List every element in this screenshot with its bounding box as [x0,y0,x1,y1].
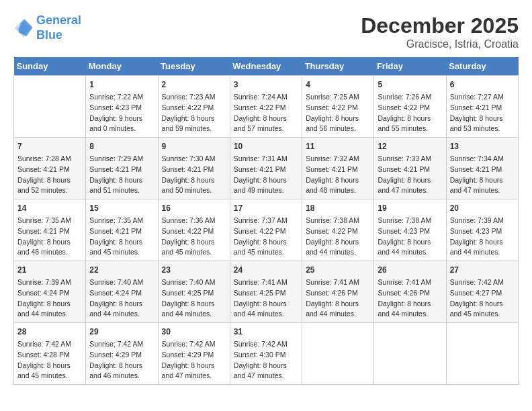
day-info: Sunrise: 7:39 AM [17,277,82,288]
day-info: and 51 minutes. [89,185,154,196]
calendar-cell: 1Sunrise: 7:22 AMSunset: 4:23 PMDaylight… [86,76,158,138]
day-info: Daylight: 8 hours [306,113,370,124]
calendar-week-row: 21Sunrise: 7:39 AMSunset: 4:24 PMDayligh… [14,261,519,323]
day-number: 24 [234,264,298,276]
day-info: Sunset: 4:30 PM [234,350,298,361]
day-info: Sunrise: 7:42 AM [450,277,515,288]
day-info: Daylight: 8 hours [306,175,370,186]
day-info: Daylight: 8 hours [450,299,515,310]
calendar-week-row: 14Sunrise: 7:35 AMSunset: 4:21 PMDayligh… [14,199,519,261]
day-info: Daylight: 8 hours [378,299,442,310]
page-header: General Blue December 2025 Gracisce, Ist… [13,13,519,50]
day-number: 21 [17,264,82,276]
day-info: Sunset: 4:22 PM [306,103,370,113]
day-info: Sunrise: 7:41 AM [306,277,370,288]
day-info: Sunset: 4:21 PM [450,103,515,113]
day-info: Sunrise: 7:29 AM [89,154,154,165]
day-info: and 47 minutes. [234,371,298,381]
day-info: and 46 minutes. [17,247,82,258]
day-info: Sunset: 4:22 PM [162,226,226,237]
calendar-cell: 12Sunrise: 7:33 AMSunset: 4:21 PMDayligh… [374,138,446,199]
day-info: and 44 minutes. [306,247,370,258]
day-info: Sunrise: 7:38 AM [306,216,370,226]
calendar-cell: 20Sunrise: 7:39 AMSunset: 4:23 PMDayligh… [446,199,518,261]
day-info: Daylight: 8 hours [17,237,82,248]
day-info: Sunset: 4:22 PM [234,226,298,237]
day-info: Sunrise: 7:42 AM [234,339,298,350]
day-info: and 59 minutes. [162,124,226,134]
day-info: Daylight: 8 hours [89,299,154,310]
day-info: and 0 minutes. [89,124,154,134]
calendar-cell: 25Sunrise: 7:41 AMSunset: 4:26 PMDayligh… [302,261,374,323]
title-block: December 2025 Gracisce, Istria, Croatia [361,13,519,50]
calendar-cell: 9Sunrise: 7:30 AMSunset: 4:21 PMDaylight… [158,138,230,199]
day-number: 31 [234,326,298,338]
calendar-body: 1Sunrise: 7:22 AMSunset: 4:23 PMDaylight… [14,76,519,385]
day-info: Daylight: 8 hours [89,237,154,248]
day-info: and 49 minutes. [234,185,298,196]
day-info: Daylight: 8 hours [89,175,154,186]
day-info: Sunset: 4:29 PM [89,350,154,361]
day-info: and 44 minutes. [162,309,226,320]
calendar-cell: 19Sunrise: 7:38 AMSunset: 4:23 PMDayligh… [374,199,446,261]
day-info: Sunrise: 7:39 AM [450,216,515,226]
calendar-cell: 15Sunrise: 7:35 AMSunset: 4:21 PMDayligh… [86,199,158,261]
day-info: Sunrise: 7:30 AM [162,154,226,165]
day-info: Sunrise: 7:28 AM [17,154,82,165]
day-info: Sunrise: 7:31 AM [234,154,298,165]
day-info: Daylight: 8 hours [17,361,82,371]
day-info: Sunrise: 7:40 AM [162,277,226,288]
day-number: 12 [378,140,442,152]
day-info: Daylight: 8 hours [234,299,298,310]
day-info: and 46 minutes. [89,371,154,381]
day-info: Sunset: 4:21 PM [162,165,226,175]
day-info: Daylight: 8 hours [89,361,154,371]
day-number: 28 [17,326,82,338]
day-info: Sunset: 4:22 PM [378,103,442,113]
col-friday: Friday [374,57,446,76]
day-info: and 52 minutes. [17,185,82,196]
day-info: Daylight: 8 hours [450,175,515,186]
day-number: 18 [306,202,370,214]
col-thursday: Thursday [302,57,374,76]
day-info: Sunset: 4:25 PM [162,288,226,299]
day-info: Sunrise: 7:26 AM [378,92,442,103]
day-info: and 50 minutes. [162,185,226,196]
day-info: and 45 minutes. [234,247,298,258]
day-info: Sunset: 4:21 PM [450,165,515,175]
day-info: Sunset: 4:21 PM [378,165,442,175]
day-number: 19 [378,202,442,214]
day-info: Sunset: 4:27 PM [450,288,515,299]
day-info: Sunrise: 7:40 AM [89,277,154,288]
day-info: Sunset: 4:21 PM [234,165,298,175]
day-info: Sunset: 4:29 PM [162,350,226,361]
day-info: Daylight: 8 hours [234,175,298,186]
calendar-cell: 4Sunrise: 7:25 AMSunset: 4:22 PMDaylight… [302,76,374,138]
logo-text: General Blue [36,13,81,42]
day-info: Sunrise: 7:34 AM [450,154,515,165]
day-info: Sunset: 4:24 PM [89,288,154,299]
col-sunday: Sunday [14,57,86,76]
day-info: and 45 minutes. [17,371,82,381]
day-info: Sunrise: 7:32 AM [306,154,370,165]
day-number: 23 [162,264,226,276]
location-title: Gracisce, Istria, Croatia [361,38,519,50]
day-info: Sunrise: 7:22 AM [89,92,154,103]
day-info: Daylight: 8 hours [306,299,370,310]
calendar-cell: 31Sunrise: 7:42 AMSunset: 4:30 PMDayligh… [230,323,302,385]
day-info: Daylight: 8 hours [450,113,515,124]
day-info: Daylight: 8 hours [162,175,226,186]
day-number: 16 [162,202,226,214]
calendar-week-row: 7Sunrise: 7:28 AMSunset: 4:21 PMDaylight… [14,138,519,199]
day-info: Sunset: 4:22 PM [306,226,370,237]
col-wednesday: Wednesday [230,57,302,76]
calendar-cell: 26Sunrise: 7:41 AMSunset: 4:26 PMDayligh… [374,261,446,323]
day-info: Sunrise: 7:38 AM [378,216,442,226]
day-number: 10 [234,140,298,152]
day-number: 5 [378,79,442,91]
day-number: 26 [378,264,442,276]
day-info: Daylight: 8 hours [17,299,82,310]
day-number: 2 [162,79,226,91]
day-info: Sunrise: 7:42 AM [89,339,154,350]
day-info: Daylight: 8 hours [162,113,226,124]
